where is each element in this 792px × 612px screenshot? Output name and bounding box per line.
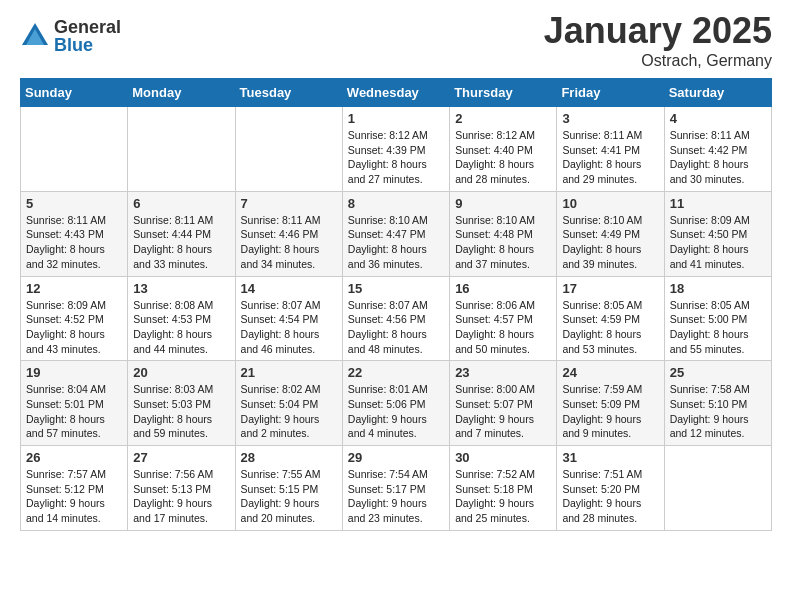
calendar-cell: [128, 107, 235, 192]
day-number: 2: [455, 111, 551, 126]
header-day-saturday: Saturday: [664, 79, 771, 107]
day-info: Sunrise: 8:10 AM Sunset: 4:48 PM Dayligh…: [455, 213, 551, 272]
calendar-cell: 19Sunrise: 8:04 AM Sunset: 5:01 PM Dayli…: [21, 361, 128, 446]
day-number: 13: [133, 281, 229, 296]
day-number: 14: [241, 281, 337, 296]
week-row-1: 1Sunrise: 8:12 AM Sunset: 4:39 PM Daylig…: [21, 107, 772, 192]
calendar-cell: 10Sunrise: 8:10 AM Sunset: 4:49 PM Dayli…: [557, 191, 664, 276]
calendar-cell: [21, 107, 128, 192]
day-number: 8: [348, 196, 444, 211]
day-info: Sunrise: 8:07 AM Sunset: 4:54 PM Dayligh…: [241, 298, 337, 357]
day-number: 30: [455, 450, 551, 465]
calendar-cell: 14Sunrise: 8:07 AM Sunset: 4:54 PM Dayli…: [235, 276, 342, 361]
calendar-header-row: SundayMondayTuesdayWednesdayThursdayFrid…: [21, 79, 772, 107]
day-number: 9: [455, 196, 551, 211]
day-info: Sunrise: 8:03 AM Sunset: 5:03 PM Dayligh…: [133, 382, 229, 441]
week-row-4: 19Sunrise: 8:04 AM Sunset: 5:01 PM Dayli…: [21, 361, 772, 446]
day-number: 26: [26, 450, 122, 465]
logo-text: General Blue: [54, 18, 121, 54]
calendar-cell: 4Sunrise: 8:11 AM Sunset: 4:42 PM Daylig…: [664, 107, 771, 192]
calendar-cell: 21Sunrise: 8:02 AM Sunset: 5:04 PM Dayli…: [235, 361, 342, 446]
day-number: 22: [348, 365, 444, 380]
calendar-cell: 24Sunrise: 7:59 AM Sunset: 5:09 PM Dayli…: [557, 361, 664, 446]
logo: General Blue: [20, 18, 121, 54]
calendar-cell: 23Sunrise: 8:00 AM Sunset: 5:07 PM Dayli…: [450, 361, 557, 446]
day-number: 28: [241, 450, 337, 465]
day-number: 4: [670, 111, 766, 126]
day-number: 27: [133, 450, 229, 465]
logo-blue: Blue: [54, 36, 121, 54]
calendar-cell: 20Sunrise: 8:03 AM Sunset: 5:03 PM Dayli…: [128, 361, 235, 446]
month-title: January 2025: [544, 10, 772, 52]
day-number: 12: [26, 281, 122, 296]
day-info: Sunrise: 8:12 AM Sunset: 4:39 PM Dayligh…: [348, 128, 444, 187]
day-info: Sunrise: 7:51 AM Sunset: 5:20 PM Dayligh…: [562, 467, 658, 526]
header-day-wednesday: Wednesday: [342, 79, 449, 107]
day-info: Sunrise: 8:12 AM Sunset: 4:40 PM Dayligh…: [455, 128, 551, 187]
day-info: Sunrise: 8:11 AM Sunset: 4:41 PM Dayligh…: [562, 128, 658, 187]
day-info: Sunrise: 8:11 AM Sunset: 4:42 PM Dayligh…: [670, 128, 766, 187]
week-row-3: 12Sunrise: 8:09 AM Sunset: 4:52 PM Dayli…: [21, 276, 772, 361]
calendar-cell: 26Sunrise: 7:57 AM Sunset: 5:12 PM Dayli…: [21, 446, 128, 531]
day-info: Sunrise: 7:54 AM Sunset: 5:17 PM Dayligh…: [348, 467, 444, 526]
calendar-cell: 16Sunrise: 8:06 AM Sunset: 4:57 PM Dayli…: [450, 276, 557, 361]
day-info: Sunrise: 8:05 AM Sunset: 4:59 PM Dayligh…: [562, 298, 658, 357]
calendar-table: SundayMondayTuesdayWednesdayThursdayFrid…: [20, 78, 772, 531]
day-info: Sunrise: 8:11 AM Sunset: 4:46 PM Dayligh…: [241, 213, 337, 272]
day-info: Sunrise: 7:59 AM Sunset: 5:09 PM Dayligh…: [562, 382, 658, 441]
day-number: 21: [241, 365, 337, 380]
calendar-cell: 7Sunrise: 8:11 AM Sunset: 4:46 PM Daylig…: [235, 191, 342, 276]
day-number: 31: [562, 450, 658, 465]
day-info: Sunrise: 8:05 AM Sunset: 5:00 PM Dayligh…: [670, 298, 766, 357]
day-number: 16: [455, 281, 551, 296]
day-number: 5: [26, 196, 122, 211]
day-info: Sunrise: 8:07 AM Sunset: 4:56 PM Dayligh…: [348, 298, 444, 357]
calendar-cell: 28Sunrise: 7:55 AM Sunset: 5:15 PM Dayli…: [235, 446, 342, 531]
calendar-cell: 13Sunrise: 8:08 AM Sunset: 4:53 PM Dayli…: [128, 276, 235, 361]
calendar-cell: [235, 107, 342, 192]
calendar-cell: 3Sunrise: 8:11 AM Sunset: 4:41 PM Daylig…: [557, 107, 664, 192]
day-info: Sunrise: 7:55 AM Sunset: 5:15 PM Dayligh…: [241, 467, 337, 526]
day-info: Sunrise: 8:10 AM Sunset: 4:47 PM Dayligh…: [348, 213, 444, 272]
day-info: Sunrise: 8:01 AM Sunset: 5:06 PM Dayligh…: [348, 382, 444, 441]
calendar-cell: 1Sunrise: 8:12 AM Sunset: 4:39 PM Daylig…: [342, 107, 449, 192]
day-number: 17: [562, 281, 658, 296]
week-row-5: 26Sunrise: 7:57 AM Sunset: 5:12 PM Dayli…: [21, 446, 772, 531]
day-number: 1: [348, 111, 444, 126]
calendar-cell: 2Sunrise: 8:12 AM Sunset: 4:40 PM Daylig…: [450, 107, 557, 192]
calendar-cell: 6Sunrise: 8:11 AM Sunset: 4:44 PM Daylig…: [128, 191, 235, 276]
calendar-cell: 27Sunrise: 7:56 AM Sunset: 5:13 PM Dayli…: [128, 446, 235, 531]
calendar-cell: 8Sunrise: 8:10 AM Sunset: 4:47 PM Daylig…: [342, 191, 449, 276]
day-info: Sunrise: 8:04 AM Sunset: 5:01 PM Dayligh…: [26, 382, 122, 441]
header-day-friday: Friday: [557, 79, 664, 107]
calendar-cell: 25Sunrise: 7:58 AM Sunset: 5:10 PM Dayli…: [664, 361, 771, 446]
logo-icon: [20, 21, 50, 51]
day-number: 11: [670, 196, 766, 211]
day-info: Sunrise: 8:09 AM Sunset: 4:50 PM Dayligh…: [670, 213, 766, 272]
logo-general: General: [54, 18, 121, 36]
day-info: Sunrise: 8:06 AM Sunset: 4:57 PM Dayligh…: [455, 298, 551, 357]
day-number: 25: [670, 365, 766, 380]
day-number: 10: [562, 196, 658, 211]
week-row-2: 5Sunrise: 8:11 AM Sunset: 4:43 PM Daylig…: [21, 191, 772, 276]
calendar-cell: 29Sunrise: 7:54 AM Sunset: 5:17 PM Dayli…: [342, 446, 449, 531]
day-info: Sunrise: 8:11 AM Sunset: 4:43 PM Dayligh…: [26, 213, 122, 272]
calendar-cell: 15Sunrise: 8:07 AM Sunset: 4:56 PM Dayli…: [342, 276, 449, 361]
calendar-cell: 12Sunrise: 8:09 AM Sunset: 4:52 PM Dayli…: [21, 276, 128, 361]
day-info: Sunrise: 7:58 AM Sunset: 5:10 PM Dayligh…: [670, 382, 766, 441]
calendar-cell: 11Sunrise: 8:09 AM Sunset: 4:50 PM Dayli…: [664, 191, 771, 276]
day-number: 3: [562, 111, 658, 126]
day-number: 24: [562, 365, 658, 380]
day-info: Sunrise: 8:10 AM Sunset: 4:49 PM Dayligh…: [562, 213, 658, 272]
day-info: Sunrise: 8:02 AM Sunset: 5:04 PM Dayligh…: [241, 382, 337, 441]
calendar-cell: 5Sunrise: 8:11 AM Sunset: 4:43 PM Daylig…: [21, 191, 128, 276]
day-number: 7: [241, 196, 337, 211]
header-day-monday: Monday: [128, 79, 235, 107]
day-number: 18: [670, 281, 766, 296]
day-info: Sunrise: 8:09 AM Sunset: 4:52 PM Dayligh…: [26, 298, 122, 357]
day-info: Sunrise: 8:00 AM Sunset: 5:07 PM Dayligh…: [455, 382, 551, 441]
header-day-sunday: Sunday: [21, 79, 128, 107]
day-number: 20: [133, 365, 229, 380]
calendar-cell: 9Sunrise: 8:10 AM Sunset: 4:48 PM Daylig…: [450, 191, 557, 276]
calendar-cell: 17Sunrise: 8:05 AM Sunset: 4:59 PM Dayli…: [557, 276, 664, 361]
